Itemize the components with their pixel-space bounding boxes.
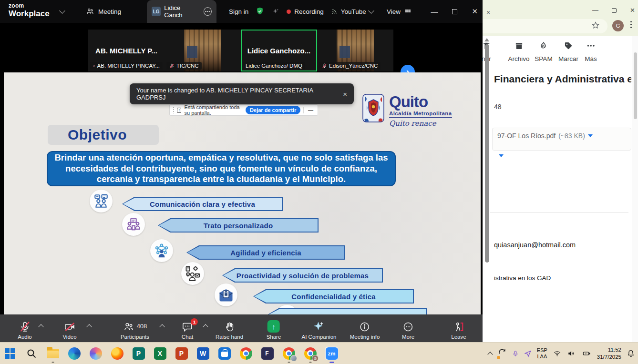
browser-menu-kebab-icon[interactable] <box>630 21 632 22</box>
scrollbar-thumb[interactable] <box>634 52 637 119</box>
powerpoint-button[interactable]: P <box>175 346 188 360</box>
participants-icon <box>123 321 134 333</box>
audio-button[interactable]: Audio <box>18 320 31 340</box>
language-indicator[interactable]: ESP LAA <box>537 347 547 360</box>
close-button[interactable]: ✕ <box>472 7 478 16</box>
scrollbar-thumb[interactable] <box>485 44 489 263</box>
video-button[interactable]: Video <box>62 320 76 340</box>
shield-check-icon[interactable] <box>255 7 265 16</box>
file-explorer-button[interactable] <box>46 346 60 360</box>
hide-bar-button[interactable]: — <box>307 107 315 113</box>
participant-tile-active-speaker[interactable]: Lidice Ganchozo... Lidice Ganchozo/ DMQ <box>241 30 317 71</box>
sparkle-icon[interactable] <box>271 7 280 16</box>
archive-action[interactable]: Archivo <box>508 41 529 62</box>
battery-charging-icon[interactable] <box>581 350 592 357</box>
broadcast-icon <box>330 8 338 15</box>
browser-left-scrollbar[interactable] <box>484 38 490 305</box>
meeting-info-button[interactable]: Meeting info <box>350 320 380 340</box>
scroll-up-arrow-icon[interactable] <box>484 38 489 41</box>
workspace-chevron-down-icon[interactable] <box>59 8 65 14</box>
attachment-chip[interactable]: 97-OF Los Ríos.pdf (~83 KB) <box>492 128 631 151</box>
browser-close-button[interactable]: ✕ <box>630 7 635 14</box>
sign-in-button[interactable]: Sign in <box>229 8 248 15</box>
notification-bell-icon[interactable] <box>627 349 635 358</box>
toast-close-icon[interactable]: × <box>343 90 347 98</box>
excel-icon: X <box>154 347 166 360</box>
browser-restore-button[interactable] <box>612 8 617 13</box>
participants-options-chevron-icon[interactable] <box>159 324 165 329</box>
f-app-button[interactable]: F <box>260 346 274 360</box>
firefox-button[interactable] <box>110 346 124 360</box>
share-label: Share <box>267 334 281 340</box>
participant-tile[interactable]: TIC/CNC <box>165 30 241 71</box>
mark-action[interactable]: Marcar <box>558 41 578 62</box>
participant-tile[interactable]: Edison_Yánez/CNC <box>317 30 393 71</box>
tab-options-icon[interactable] <box>204 7 212 16</box>
audio-options-chevron-icon[interactable] <box>38 324 43 329</box>
sync-status[interactable] <box>497 348 507 359</box>
sender-email-clipped[interactable]: quiasanjuan@hotmail.com <box>494 241 576 249</box>
location-in-use-icon[interactable] <box>524 350 532 357</box>
browser-minimize-button[interactable]: — <box>592 7 598 14</box>
word-button[interactable]: W <box>196 346 210 360</box>
chrome-profile2-button[interactable]: G <box>303 346 317 360</box>
excel-button[interactable]: X <box>153 346 167 360</box>
publisher-button[interactable]: P <box>132 346 145 360</box>
browser-right-scrollbar[interactable] <box>632 36 638 342</box>
f-app-icon: F <box>261 347 274 360</box>
chrome-profile1-button[interactable] <box>282 346 296 360</box>
participant-tile[interactable]: AB. MICHELLY P... AB. MICHELLY PINCAY... <box>88 30 165 71</box>
recording-indicator[interactable]: Recording <box>287 8 324 15</box>
wifi-icon[interactable] <box>553 350 562 357</box>
share-button[interactable]: ↑ Share <box>267 320 281 340</box>
hidden-icons-chevron-icon[interactable] <box>487 352 493 357</box>
raise-hand-button[interactable]: Raise hand <box>216 320 243 340</box>
drag-handle-icon[interactable] <box>173 107 174 113</box>
tab-lidice-ganch[interactable]: LG Lidice Ganch <box>147 0 216 23</box>
clock[interactable]: 11:52 31/7/2025 <box>597 346 621 361</box>
date: 31/7/2025 <box>597 354 621 361</box>
spam-action[interactable]: SPAM <box>535 41 552 62</box>
youtube-live-control[interactable]: YouTube <box>330 8 373 15</box>
view-control[interactable]: View <box>387 8 412 15</box>
ai-companion-icon <box>313 320 325 333</box>
muted-mic-icon <box>322 63 327 69</box>
muted-mic-icon <box>19 321 31 333</box>
bookmark-star-icon[interactable] <box>591 21 600 30</box>
mic-in-use-icon[interactable] <box>512 350 519 358</box>
mail-actions-toolbar: nar Archivo SPAM Marcar <box>483 36 638 68</box>
ai-companion-button[interactable]: AI Companion <box>302 320 337 340</box>
mail-content: Financiera y Administrativa en 48 97-OF … <box>490 70 631 336</box>
youtube-label: YouTube <box>341 8 366 15</box>
copilot-button[interactable] <box>89 346 103 360</box>
expand-dropdown-icon[interactable] <box>499 154 504 157</box>
search-button[interactable] <box>24 346 38 360</box>
chat-button[interactable]: 1 Chat <box>182 320 193 340</box>
video-options-chevron-icon[interactable] <box>86 324 92 329</box>
more-button[interactable]: More <box>402 320 414 340</box>
browser-tab-close-icon[interactable]: × <box>486 9 490 16</box>
browser-titlebar: × — ✕ G <box>483 0 638 36</box>
maximize-button[interactable] <box>452 9 457 14</box>
toast-text: Your name is changed to AB. MICHELLY PIN… <box>136 87 338 101</box>
minimize-button[interactable]: — <box>431 8 438 16</box>
zoom-app-button[interactable]: zm <box>325 346 339 360</box>
chat-options-chevron-icon[interactable] <box>203 324 208 329</box>
speaker-icon[interactable] <box>567 350 576 357</box>
quito-logo: Quito Alcaldía Metropolitana Quito renac… <box>362 94 463 128</box>
attachment-name[interactable]: 97-OF Los Ríos.pdf <box>497 132 556 140</box>
ms-store-button[interactable] <box>217 346 231 360</box>
stop-sharing-button[interactable]: Dejar de compartir <box>246 106 300 114</box>
chrome-button[interactable] <box>239 346 253 360</box>
address-bar[interactable] <box>483 19 607 33</box>
item-banner: Trato personalizado <box>158 218 319 233</box>
browser-profile-avatar[interactable]: G <box>612 20 624 31</box>
leave-button[interactable]: Leave <box>451 320 466 340</box>
start-button[interactable] <box>3 346 17 360</box>
participants-button[interactable]: 408 Participants <box>121 320 149 340</box>
edge-button[interactable] <box>67 346 81 360</box>
zoom-titlebar: zoom Workplace Meeting LG Lidice Ganch S… <box>0 0 483 23</box>
more-actions[interactable]: Más <box>585 41 597 62</box>
tab-meeting[interactable]: Meeting <box>81 0 126 23</box>
attachment-dropdown-icon[interactable] <box>588 134 593 137</box>
